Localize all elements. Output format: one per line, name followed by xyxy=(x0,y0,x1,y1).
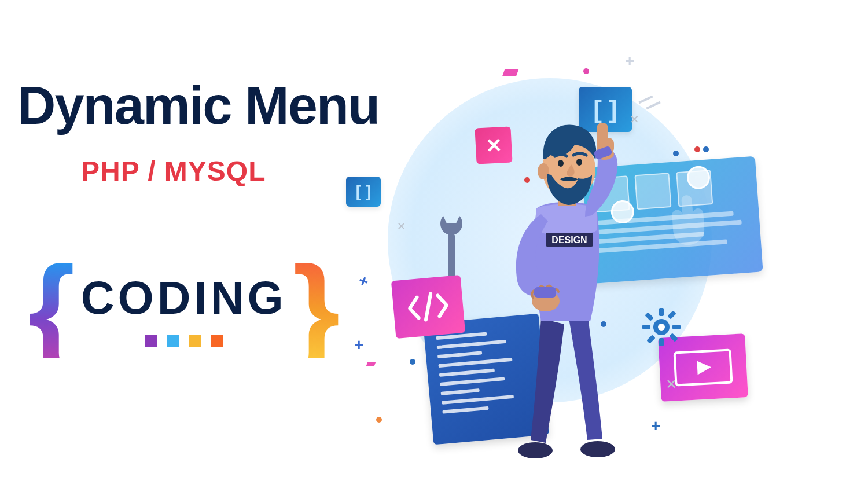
play-icon xyxy=(667,343,739,392)
dot-orange xyxy=(211,335,223,347)
coding-word: CODING xyxy=(81,271,287,325)
code-bracket-icon xyxy=(404,288,453,326)
plus-icon: + xyxy=(651,417,660,435)
svg-point-15 xyxy=(518,442,553,458)
svg-rect-25 xyxy=(534,287,556,298)
designer-character: DESIGN xyxy=(483,93,645,463)
svg-rect-6 xyxy=(672,325,681,329)
main-title: Dynamic Menu xyxy=(17,75,379,136)
right-brace-icon: } xyxy=(293,260,340,358)
dots-row xyxy=(145,335,223,347)
coding-logo: { CODING } xyxy=(28,260,340,358)
dash-icon xyxy=(366,362,376,366)
dot-yellow xyxy=(189,335,201,347)
touch-hand-icon xyxy=(659,188,715,255)
svg-rect-8 xyxy=(669,333,678,342)
plus-icon: + xyxy=(354,336,363,354)
x-icon: ✕ xyxy=(397,220,406,233)
left-brace-icon: { xyxy=(28,260,75,358)
x-icon: ✕ xyxy=(665,376,677,392)
svg-rect-4 xyxy=(659,338,664,346)
dot-purple xyxy=(145,335,157,347)
svg-rect-3 xyxy=(659,308,664,316)
dot-blue xyxy=(167,335,179,347)
line-icon xyxy=(646,101,660,110)
illustration: [ ] [ ] ✕ xyxy=(336,46,845,475)
code-bracket-card xyxy=(391,275,465,339)
coding-center: CODING xyxy=(81,271,287,347)
svg-point-11 xyxy=(658,324,665,331)
svg-rect-9 xyxy=(667,310,676,320)
dot-icon xyxy=(376,417,382,423)
plus-icon: + xyxy=(356,271,371,292)
gear-icon xyxy=(641,307,682,347)
svg-point-23 xyxy=(558,160,564,167)
sub-title: PHP / MYSQL xyxy=(81,155,266,187)
svg-point-24 xyxy=(576,159,582,166)
dash-icon xyxy=(502,69,518,76)
dot-icon xyxy=(583,68,589,74)
dot-icon xyxy=(673,151,679,156)
brackets-card-small: [ ] xyxy=(346,177,381,207)
svg-point-16 xyxy=(580,441,615,457)
dot-icon xyxy=(694,146,700,152)
plus-icon: + xyxy=(625,52,634,71)
shirt-label: DESIGN xyxy=(551,235,587,245)
svg-rect-7 xyxy=(645,312,654,321)
dot-icon xyxy=(703,146,709,152)
svg-rect-10 xyxy=(646,335,656,344)
svg-marker-1 xyxy=(697,360,711,375)
dot-icon xyxy=(410,359,415,365)
